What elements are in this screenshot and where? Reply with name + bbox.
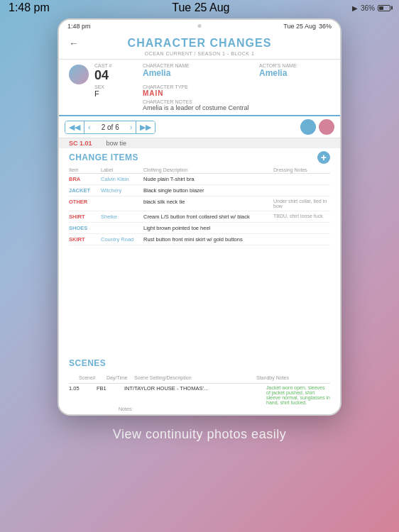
cast-number: 04 — [94, 68, 137, 83]
ipad-frame: 1:48 pm Tue 25 Aug 36% ← CHARACTER CHANG… — [58, 18, 341, 416]
action-button-2[interactable] — [319, 119, 334, 135]
avatar — [69, 65, 89, 84]
cast-number-group: Cast # 04 — [94, 63, 137, 83]
bottom-caption: View continuity photos easily — [113, 427, 286, 442]
cast-label: Cast # — [94, 63, 137, 68]
camera-dot — [198, 24, 202, 28]
character-info-section: Cast # 04 Character Name Amelia Actor's … — [59, 60, 340, 115]
item-label: Country Road — [101, 236, 143, 243]
scene-row: 1.05 FB1 INT/TAYLOR HOUSE - THOMAS'... J… — [69, 385, 330, 405]
scene-bar: SC 1.01 bow tie — [59, 138, 340, 148]
change-items-header: CHANGE ITEMS + — [69, 151, 330, 164]
scene-daytime: FB1 — [97, 385, 121, 405]
item-label: Witchery — [101, 187, 143, 194]
next-button[interactable]: › — [126, 121, 136, 133]
item-type: OTHER — [69, 199, 101, 205]
scenes-section: SCENES Scene# Day/Time Scene Setting/Des… — [59, 355, 340, 414]
scene-notes-label: Notes: — [69, 405, 330, 411]
item-notes: Under shirt collar, tied in bow — [273, 199, 330, 209]
action-button-1[interactable] — [300, 119, 316, 135]
item-row: OTHER black silk neck tie Under shirt co… — [69, 196, 330, 211]
battery-level: 36% — [361, 4, 375, 12]
sex-label: Sex — [94, 84, 137, 89]
item-type: SHOES — [69, 225, 101, 231]
change-items-title: CHANGE ITEMS — [69, 153, 138, 162]
item-type: SHIRT — [69, 214, 101, 220]
items-table-header: Item Label Clothing Description Dressing… — [69, 167, 330, 174]
item-desc: Black single button blazer — [143, 187, 273, 194]
back-button[interactable]: ← — [69, 38, 79, 49]
status-time: 1:48 pm — [9, 1, 50, 14]
col-item: Item — [69, 167, 101, 172]
char-name-group: Character Name Amelia — [143, 63, 253, 83]
ipad-screen: 1:48 pm Tue 25 Aug 36% ← CHARACTER CHANG… — [59, 20, 340, 414]
status-date: Tue 25 Aug — [172, 1, 229, 14]
item-row: SKIRT Country Road Rust button front min… — [69, 234, 330, 245]
item-row: BRA Calvin Klein Nude plain T-shirt bra — [69, 174, 330, 185]
item-desc: Cream L/S button front collared shirt w/… — [143, 214, 273, 220]
action-buttons — [300, 119, 334, 135]
page-navigator[interactable]: ◀◀ ‹ 2 of 6 › ▶▶ — [65, 121, 155, 134]
scene-col-daytime: Day/Time — [106, 375, 131, 380]
sex-value: F — [94, 89, 137, 98]
char-type-value: MAIN — [143, 89, 253, 97]
scene-col-num: Scene# — [79, 375, 104, 380]
item-type: JACKET — [69, 187, 101, 194]
item-desc: Light brown pointed toe heel — [143, 225, 273, 231]
next-next-button[interactable]: ▶▶ — [136, 121, 155, 133]
char-name-value: Amelia — [143, 68, 253, 78]
scene-num: 1.05 — [69, 385, 94, 405]
scene-col-setting: Scene Setting/Description — [134, 375, 253, 380]
signal-icon: ▶ — [352, 4, 358, 12]
scene-setting: INT/TAYLOR HOUSE - THOMAS'... — [124, 385, 263, 405]
scene-number: SC 1.01 — [69, 140, 92, 147]
app-header: ← CHARACTER CHANGES OCEAN CURRENT / SEAS… — [59, 33, 340, 60]
item-row: JACKET Witchery Black single button blaz… — [69, 185, 330, 196]
char-name-label: Character Name — [143, 63, 253, 68]
item-type: BRA — [69, 176, 101, 182]
item-row: SHOES Light brown pointed toe heel — [69, 223, 330, 234]
device-time: 1:48 pm — [67, 23, 91, 30]
item-notes: TBDU, shirt loose fuck — [273, 214, 330, 218]
scenes-table: Scene# Day/Time Scene Setting/Descriptio… — [69, 371, 330, 411]
device-battery: 36% — [319, 23, 332, 30]
char-type-label: Character Type — [143, 84, 253, 89]
scene-standby-notes: Jacket worn open, sleeves of jacket push… — [266, 385, 330, 405]
actor-name-label: Actor's Name — [259, 63, 330, 68]
outer-status-bar: 1:48 pm Tue 25 Aug ▶ 36% — [0, 0, 399, 16]
item-type: SKIRT — [69, 236, 101, 243]
char-type-group: Character Type MAIN — [143, 84, 253, 98]
actor-name-value: Amelia — [259, 68, 330, 78]
navigation-bar: ◀◀ ‹ 2 of 6 › ▶▶ — [59, 115, 340, 138]
page-title: CHARACTER CHANGES — [128, 37, 272, 50]
col-notes: Dressing Notes — [273, 167, 330, 172]
battery-icon — [378, 5, 390, 11]
status-right: ▶ 36% — [352, 4, 390, 12]
item-desc: Rust button front mini skirt w/ gold but… — [143, 236, 273, 243]
prev-button[interactable]: ‹ — [84, 121, 94, 133]
col-label: Label — [101, 167, 143, 172]
item-label: Sheike — [101, 214, 143, 220]
char-notes-value: Amelia is a leader of costume Central — [143, 104, 330, 111]
char-notes-group: Character Notes Amelia is a leader of co… — [143, 99, 330, 111]
device-date: Tue 25 Aug — [283, 23, 316, 30]
scene-note: bow tie — [106, 140, 127, 147]
scenes-title: SCENES — [69, 358, 330, 368]
scenes-table-header: Scene# Day/Time Scene Setting/Descriptio… — [69, 371, 330, 384]
item-desc: black silk neck tie — [143, 199, 273, 205]
char-notes-label: Character Notes — [143, 99, 330, 104]
item-desc: Nude plain T-shirt bra — [143, 176, 273, 182]
add-item-button[interactable]: + — [317, 151, 330, 164]
sex-group: Sex F — [94, 84, 137, 98]
change-items-section: CHANGE ITEMS + Item Label Clothing Descr… — [59, 148, 340, 355]
scene-col-standby: Standby Notes — [256, 375, 320, 380]
col-desc: Clothing Description — [143, 167, 273, 172]
items-table: Item Label Clothing Description Dressing… — [69, 167, 330, 245]
item-row: SHIRT Sheike Cream L/S button front coll… — [69, 211, 330, 223]
prev-prev-button[interactable]: ◀◀ — [65, 121, 84, 133]
page-indicator: 2 of 6 — [94, 122, 126, 133]
actor-name-group: Actor's Name Amelia — [259, 63, 330, 83]
item-label: Calvin Klein — [101, 176, 143, 182]
page-subtitle: OCEAN CURRENT / SEASON 1 - BLOCK 1 — [69, 51, 330, 56]
